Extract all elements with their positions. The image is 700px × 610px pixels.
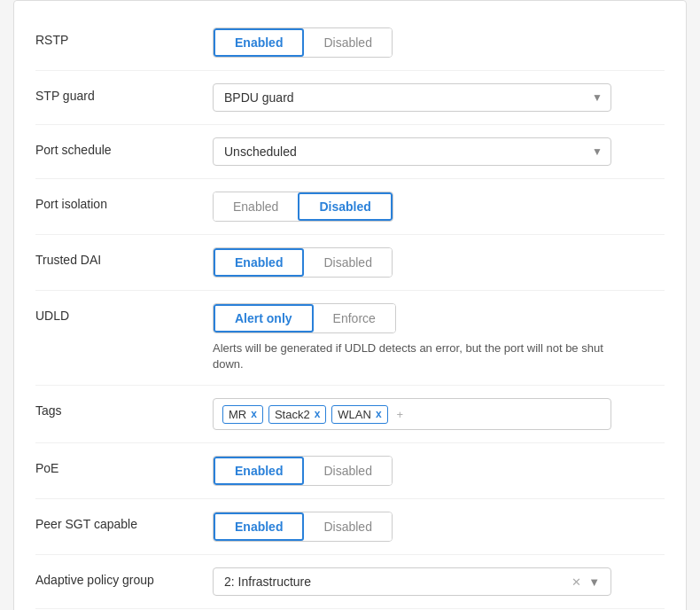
rstp-row: RSTP Enabled Disabled <box>35 15 665 71</box>
rstp-disabled-btn[interactable]: Disabled <box>304 28 391 57</box>
tags-row: Tags MR x Stack2 x WLAN x + <box>35 386 665 443</box>
port-schedule-row: Port schedule Unscheduled ▼ <box>35 125 665 179</box>
tag-stack2-text: Stack2 <box>275 408 310 421</box>
tag-wlan: WLAN x <box>331 405 387 424</box>
udld-alert-only-btn[interactable]: Alert only <box>214 304 314 332</box>
poe-disabled-btn[interactable]: Disabled <box>304 457 391 485</box>
peer-sgt-toggle-group: Enabled Disabled <box>213 512 393 542</box>
tags-container[interactable]: MR x Stack2 x WLAN x + <box>213 398 611 430</box>
adaptive-policy-clear-icon[interactable]: ✕ <box>572 575 581 589</box>
adaptive-policy-value: 2: Infrastructure <box>224 575 572 589</box>
port-isolation-disabled-btn[interactable]: Disabled <box>298 192 392 221</box>
poe-enabled-btn[interactable]: Enabled <box>214 457 304 485</box>
port-schedule-select-wrapper: Unscheduled ▼ <box>213 137 611 166</box>
tag-stack2-remove-btn[interactable]: x <box>315 408 321 420</box>
port-schedule-select[interactable]: Unscheduled <box>213 137 611 166</box>
rstp-control: Enabled Disabled <box>213 27 665 58</box>
trusted-dai-label: Trusted DAI <box>35 247 213 267</box>
adaptive-policy-icons: ✕ ▼ <box>572 575 600 589</box>
trusted-dai-toggle-group: Enabled Disabled <box>213 247 393 278</box>
tag-mr-remove-btn[interactable]: x <box>251 408 257 420</box>
settings-card: RSTP Enabled Disabled STP guard BPDU gua… <box>13 0 687 610</box>
port-schedule-label: Port schedule <box>35 137 213 157</box>
port-schedule-control: Unscheduled ▼ <box>213 137 665 166</box>
peer-sgt-enabled-btn[interactable]: Enabled <box>214 512 304 541</box>
adaptive-policy-chevron-icon[interactable]: ▼ <box>588 575 600 589</box>
peer-sgt-row: Peer SGT capable Enabled Disabled <box>35 499 665 555</box>
stp-guard-select[interactable]: BPDU guard Root guard None <box>213 83 611 112</box>
peer-sgt-label: Peer SGT capable <box>35 512 213 531</box>
port-isolation-row: Port isolation Enabled Disabled <box>35 179 665 235</box>
tags-control: MR x Stack2 x WLAN x + <box>213 398 665 430</box>
trusted-dai-control: Enabled Disabled <box>213 247 665 278</box>
rstp-label: RSTP <box>35 27 213 47</box>
poe-toggle-group: Enabled Disabled <box>213 456 393 486</box>
stp-guard-label: STP guard <box>35 83 213 103</box>
tag-mr-text: MR <box>229 408 246 421</box>
udld-label: UDLD <box>35 303 213 323</box>
trusted-dai-disabled-btn[interactable]: Disabled <box>304 248 391 277</box>
port-isolation-enabled-btn[interactable]: Enabled <box>214 192 298 221</box>
trusted-dai-enabled-btn[interactable]: Enabled <box>214 248 304 277</box>
udld-enforce-btn[interactable]: Enforce <box>314 304 395 332</box>
rstp-toggle-group: Enabled Disabled <box>213 27 393 58</box>
peer-sgt-disabled-btn[interactable]: Disabled <box>304 512 391 541</box>
rstp-enabled-btn[interactable]: Enabled <box>214 28 304 57</box>
tags-label: Tags <box>35 398 213 418</box>
poe-label: PoE <box>35 456 213 475</box>
stp-guard-select-wrapper: BPDU guard Root guard None ▼ <box>213 83 611 112</box>
peer-sgt-control: Enabled Disabled <box>213 512 665 542</box>
poe-row: PoE Enabled Disabled <box>35 443 665 499</box>
tag-add-btn[interactable]: + <box>397 408 404 421</box>
adaptive-policy-control: 2: Infrastructure ✕ ▼ <box>213 567 665 596</box>
adaptive-policy-select-wrapper[interactable]: 2: Infrastructure ✕ ▼ <box>213 567 611 596</box>
udld-description: Alerts will be generated if UDLD detects… <box>213 340 611 372</box>
adaptive-policy-label: Adaptive policy group <box>35 567 213 587</box>
udld-toggle-group: Alert only Enforce <box>213 303 396 333</box>
tag-stack2: Stack2 x <box>268 405 326 424</box>
port-isolation-label: Port isolation <box>35 192 213 211</box>
adaptive-policy-row: Adaptive policy group 2: Infrastructure … <box>35 555 665 609</box>
udld-row: UDLD Alert only Enforce Alerts will be g… <box>35 291 665 386</box>
stp-guard-row: STP guard BPDU guard Root guard None ▼ <box>35 71 665 125</box>
udld-control: Alert only Enforce Alerts will be genera… <box>213 303 665 372</box>
port-isolation-control: Enabled Disabled <box>213 192 665 222</box>
stp-guard-control: BPDU guard Root guard None ▼ <box>213 83 665 112</box>
poe-control: Enabled Disabled <box>213 456 665 486</box>
tag-mr: MR x <box>222 405 263 424</box>
trusted-dai-row: Trusted DAI Enabled Disabled <box>35 235 665 291</box>
tag-wlan-remove-btn[interactable]: x <box>376 408 382 420</box>
port-isolation-toggle-group: Enabled Disabled <box>213 192 393 222</box>
tag-wlan-text: WLAN <box>338 408 371 421</box>
